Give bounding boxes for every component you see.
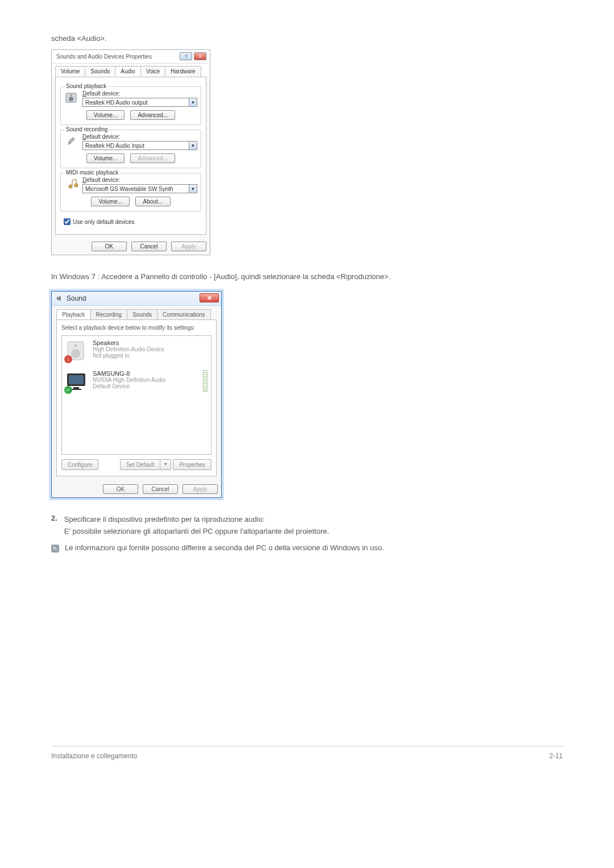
svg-rect-6 (57, 297, 59, 300)
speaker-device-icon: ↓ (65, 339, 88, 362)
device-desc: NVIDIA High Definition Audio (93, 377, 165, 383)
level-meter (203, 370, 208, 392)
apply-button: Apply (182, 484, 218, 494)
use-default-checkbox[interactable] (64, 218, 70, 225)
note-row: ✎ Le informazioni qui fornite possono di… (51, 543, 563, 553)
tab-sounds[interactable]: Sounds (127, 309, 157, 319)
recording-device-select[interactable]: Realtek HD Audio Input ▼ (82, 141, 197, 150)
w7-titlebar: Sound ✕ (52, 292, 221, 306)
set-default-button: Set Default (120, 459, 160, 470)
recording-advanced-button: Advanced... (130, 153, 175, 163)
device-name: SAMSUNG-8 (93, 370, 165, 377)
recording-default-label: Default device: (82, 134, 197, 140)
playback-default-label: Default device: (82, 90, 197, 97)
step-number: 2. (51, 514, 57, 538)
midi-default-label: Default device: (82, 177, 197, 183)
w7-prompt: Select a playback device below to modify… (61, 325, 211, 331)
playback-advanced-button[interactable]: Advanced... (130, 110, 175, 120)
svg-point-9 (71, 349, 80, 358)
device-list: ↓ Speakers High Definition Audio Device … (61, 335, 211, 455)
sound-icon (56, 294, 64, 302)
tab-communications[interactable]: Communications (157, 309, 210, 319)
playback-legend: Sound playback (64, 83, 108, 89)
step-line1: Specificare il dispositivo predefinito p… (64, 514, 563, 526)
svg-rect-14 (71, 389, 81, 390)
list-item[interactable]: ✓ SAMSUNG-8 NVIDIA High Definition Audio… (65, 370, 208, 393)
svg-point-5 (74, 184, 78, 187)
svg-rect-13 (73, 387, 79, 389)
step-line2: E' possibile selezionare gli altoparlant… (64, 526, 563, 538)
note-text: Le informazioni qui fornite possono diff… (65, 543, 384, 552)
tab-sounds[interactable]: Sounds (85, 66, 115, 77)
svg-line-3 (68, 144, 70, 144)
help-icon[interactable]: ? (180, 52, 192, 60)
ok-button[interactable]: OK (103, 484, 138, 494)
device-name: Speakers (93, 339, 164, 346)
chevron-down-icon: ▼ (189, 142, 197, 149)
playback-volume-button[interactable]: Volume... (86, 110, 125, 120)
chevron-down-icon: ▼ (189, 185, 197, 193)
chevron-down-icon: ▼ (189, 98, 197, 106)
close-icon[interactable]: ✕ (200, 293, 219, 302)
midi-icon (64, 177, 79, 192)
w7-tab-body: Select a playback device below to modify… (56, 319, 217, 476)
recording-volume-button[interactable]: Volume... (86, 153, 125, 163)
xp-title: Sounds and Audio Devices Properties (56, 53, 152, 60)
note-icon: ✎ (51, 545, 59, 553)
tab-playback[interactable]: Playback (56, 309, 91, 319)
tab-voice[interactable]: Voice (140, 66, 165, 77)
midi-device-select[interactable]: Microsoft GS Wavetable SW Synth ▼ (82, 184, 197, 193)
tab-hardware[interactable]: Hardware (165, 66, 201, 77)
use-default-checkbox-row: Use only default devices (60, 216, 201, 227)
svg-point-10 (74, 344, 77, 347)
device-desc: High Definition Audio Device (93, 346, 164, 352)
ok-button[interactable]: OK (92, 242, 127, 251)
midi-legend: MIDI music playback (64, 169, 120, 176)
sound-playback-group: Sound playback Default device: Realtek H… (60, 86, 201, 125)
w7-sound-dialog: Sound ✕ Playback Recording Sounds Commun… (51, 291, 222, 498)
midi-volume-button[interactable]: Volume... (91, 197, 130, 206)
close-icon[interactable]: X (194, 52, 206, 60)
xp-tab-body: Sound playback Default device: Realtek H… (55, 77, 206, 235)
cancel-button[interactable]: Cancel (131, 242, 167, 251)
xp-tabs: Volume Sounds Audio Voice Hardware (52, 64, 210, 77)
page-footer: Installazione e collegamento 2-11 (51, 746, 563, 760)
svg-point-2 (70, 94, 72, 96)
xp-titlebar: Sounds and Audio Devices Properties ? X (52, 50, 210, 64)
intro-text: scheda <Audio>. (51, 34, 563, 43)
set-default-dropdown: ▼ (160, 459, 171, 470)
footer-right: 2-11 (549, 752, 563, 760)
microphone-icon (64, 134, 79, 148)
use-default-label: Use only default devices (73, 219, 134, 225)
speaker-icon (64, 90, 79, 105)
svg-point-1 (69, 97, 73, 101)
svg-marker-7 (59, 296, 61, 302)
xp-audio-dialog: Sounds and Audio Devices Properties ? X … (51, 49, 210, 255)
sound-recording-group: Sound recording Default device: Realtek … (60, 130, 201, 168)
midi-playback-group: MIDI music playback Default device: Micr… (60, 173, 201, 211)
footer-left: Installazione e collegamento (51, 752, 137, 760)
default-badge-icon: ✓ (64, 386, 72, 394)
w7-tabs: Playback Recording Sounds Communications (52, 306, 221, 319)
properties-button: Properties (173, 459, 211, 470)
svg-point-4 (69, 185, 72, 188)
monitor-device-icon: ✓ (65, 370, 88, 393)
device-status: Default Device (93, 383, 165, 389)
midi-about-button[interactable]: About... (135, 197, 171, 206)
w7-title: Sound (67, 294, 86, 302)
device-status: Not plugged in (93, 352, 164, 359)
playback-device-select[interactable]: Realtek HD Audio output ▼ (82, 98, 197, 107)
svg-rect-12 (69, 375, 84, 384)
tab-audio[interactable]: Audio (115, 66, 141, 77)
step-2: 2. Specificare il dispositivo predefinit… (51, 514, 563, 538)
apply-button: Apply (171, 242, 206, 251)
text-between: In Windows 7 : Accedere a Pannello di co… (51, 272, 563, 281)
unplugged-badge-icon: ↓ (64, 355, 72, 363)
cancel-button[interactable]: Cancel (143, 484, 178, 494)
tab-recording[interactable]: Recording (90, 309, 128, 319)
list-item[interactable]: ↓ Speakers High Definition Audio Device … (65, 339, 208, 362)
configure-button: Configure (61, 459, 98, 470)
tab-volume[interactable]: Volume (55, 66, 85, 77)
recording-legend: Sound recording (64, 126, 109, 132)
